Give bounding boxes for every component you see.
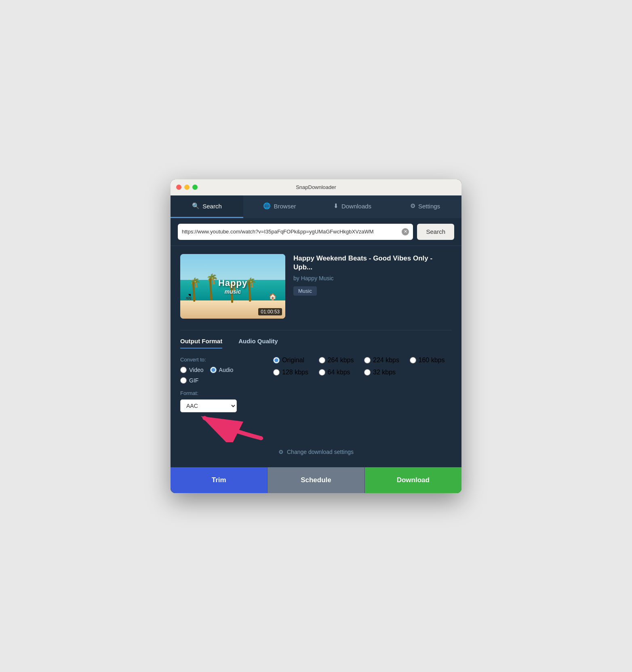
options-body: Convert to: Video Audio (180, 357, 452, 442)
convert-video-option[interactable]: Video (180, 367, 204, 373)
video-title: Happy Weekend Beats - Good Vibes Only - … (293, 254, 452, 272)
search-button[interactable]: Search (417, 224, 454, 240)
format-select[interactable]: AAC MP3 OGG FLAC WAV (180, 399, 237, 412)
maximize-button[interactable] (192, 185, 198, 190)
quality-160[interactable]: 160 kbps (410, 357, 452, 364)
window-title: SnapDownloader (296, 184, 336, 190)
convert-video-radio[interactable] (180, 367, 187, 373)
change-settings-label: Change download settings (287, 449, 354, 455)
quality-32[interactable]: 32 kbps (364, 369, 407, 376)
quality-224[interactable]: 224 kbps (364, 357, 407, 364)
tab-settings[interactable]: ⚙ Settings (389, 195, 461, 218)
quality-original[interactable]: Original (273, 357, 316, 364)
convert-row-2: GIF (180, 377, 261, 384)
url-clear-button[interactable]: ✕ (402, 228, 409, 235)
quality-264-label: 264 kbps (328, 357, 354, 364)
convert-section: Convert to: Video Audio (180, 357, 261, 442)
quality-original-label: Original (282, 357, 304, 364)
tab-downloads-label: Downloads (341, 203, 371, 210)
convert-gif-option[interactable]: GIF (180, 377, 198, 384)
video-thumbnail: 🌴 🌴 🌴 🌴 🏖 (180, 254, 285, 319)
url-input[interactable] (182, 229, 402, 235)
quality-160-radio[interactable] (410, 357, 416, 363)
quality-160-label: 160 kbps (419, 357, 445, 364)
tab-settings-label: Settings (418, 203, 440, 210)
change-settings-row[interactable]: ⚙ Change download settings (180, 442, 452, 459)
trim-button[interactable]: Trim (171, 467, 267, 493)
quality-264-radio[interactable] (319, 357, 325, 363)
convert-gif-label: GIF (189, 377, 198, 384)
quality-section: Original 264 kbps 224 kbps 160 kbps (273, 357, 452, 442)
quality-64[interactable]: 64 kbps (319, 369, 361, 376)
arrow-annotation (180, 414, 261, 442)
bottom-buttons: Trim Schedule Download (171, 467, 461, 493)
format-label: Format: (180, 390, 261, 396)
url-bar-area: ✕ Search (171, 218, 461, 246)
tab-search-label: Search (202, 203, 222, 210)
quality-128-radio[interactable] (273, 369, 280, 376)
options-section: Output Format Audio Quality Convert to: … (180, 330, 452, 459)
convert-row-1: Video Audio (180, 367, 261, 373)
options-tab-format[interactable]: Output Format (180, 338, 222, 349)
convert-gif-radio[interactable] (180, 377, 187, 384)
quality-264[interactable]: 264 kbps (319, 357, 361, 364)
convert-audio-option[interactable]: Audio (210, 367, 234, 373)
search-nav-icon: 🔍 (192, 202, 200, 210)
convert-video-label: Video (189, 367, 204, 373)
video-tag: Music (293, 286, 317, 296)
schedule-button[interactable]: Schedule (268, 467, 364, 493)
nav-tabs: 🔍 Search 🌐 Browser ⬇ Downloads ⚙ Setting… (171, 195, 461, 218)
url-input-wrapper: ✕ (178, 224, 413, 240)
app-window: SnapDownloader 🔍 Search 🌐 Browser ⬇ Down… (171, 179, 461, 493)
tab-browser[interactable]: 🌐 Browser (243, 195, 316, 218)
options-tabs: Output Format Audio Quality (180, 338, 452, 349)
video-details: Happy Weekend Beats - Good Vibes Only - … (293, 254, 452, 319)
download-button[interactable]: Download (365, 467, 461, 493)
format-section: Format: AAC MP3 OGG FLAC WAV (180, 390, 261, 412)
quality-128[interactable]: 128 kbps (273, 369, 316, 376)
convert-audio-label: Audio (219, 367, 234, 373)
downloads-nav-icon: ⬇ (333, 202, 339, 210)
gear-icon: ⚙ (278, 449, 284, 455)
convert-audio-radio[interactable] (210, 367, 217, 373)
minimize-button[interactable] (184, 185, 190, 190)
titlebar: SnapDownloader (171, 179, 461, 195)
convert-radio-group: Video Audio GIF (180, 367, 261, 384)
video-info-row: 🌴 🌴 🌴 🌴 🏖 (180, 254, 452, 319)
tab-search[interactable]: 🔍 Search (171, 195, 243, 218)
pink-arrow-svg (180, 414, 269, 442)
video-author: by Happy Music (293, 275, 452, 281)
settings-nav-icon: ⚙ (410, 202, 415, 210)
browser-nav-icon: 🌐 (263, 202, 271, 210)
quality-original-radio[interactable] (273, 357, 280, 363)
quality-32-radio[interactable] (364, 369, 371, 376)
quality-64-label: 64 kbps (328, 369, 350, 376)
quality-grid: Original 264 kbps 224 kbps 160 kbps (273, 357, 452, 376)
tab-browser-label: Browser (274, 203, 296, 210)
quality-224-radio[interactable] (364, 357, 371, 363)
quality-32-label: 32 kbps (373, 369, 396, 376)
quality-128-label: 128 kbps (282, 369, 308, 376)
tab-downloads[interactable]: ⬇ Downloads (316, 195, 389, 218)
quality-224-label: 224 kbps (373, 357, 399, 364)
content-area: 🌴 🌴 🌴 🌴 🏖 (171, 246, 461, 467)
quality-64-radio[interactable] (319, 369, 325, 376)
traffic-lights (176, 185, 198, 190)
close-button[interactable] (176, 185, 181, 190)
options-tab-quality[interactable]: Audio Quality (238, 338, 278, 349)
convert-label: Convert to: (180, 357, 261, 363)
duration-badge: 01:00:53 (258, 308, 282, 315)
